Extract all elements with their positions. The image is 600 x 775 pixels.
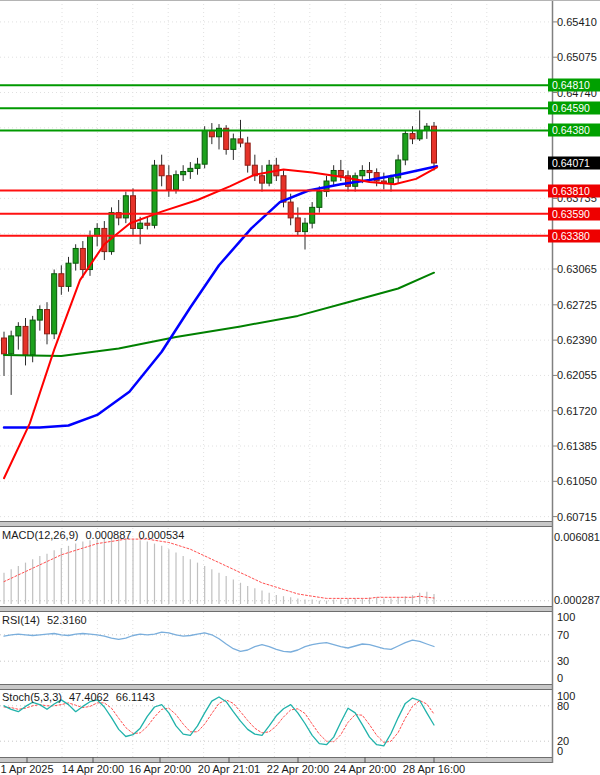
macd-layer bbox=[0, 537, 552, 604]
candle bbox=[202, 130, 207, 164]
candle bbox=[37, 310, 42, 321]
trading-chart-window: MACD(12,26,9) 0.000887 0.000534 RSI(14) … bbox=[0, 0, 600, 775]
candle bbox=[80, 248, 85, 269]
candle bbox=[317, 192, 322, 208]
candle bbox=[389, 178, 394, 183]
price-axis bbox=[0, 0, 600, 775]
candle bbox=[174, 175, 179, 190]
candle bbox=[2, 338, 7, 354]
stoch-layer bbox=[0, 697, 552, 746]
candle bbox=[224, 128, 229, 149]
candle bbox=[45, 310, 50, 334]
candle bbox=[166, 176, 171, 190]
candle bbox=[417, 130, 422, 138]
candle bbox=[30, 320, 35, 355]
grid-layer bbox=[0, 0, 552, 757]
candle bbox=[432, 126, 437, 163]
candle bbox=[245, 143, 250, 165]
candle bbox=[59, 274, 64, 287]
candle bbox=[367, 170, 372, 172]
candle bbox=[360, 170, 365, 175]
candle bbox=[231, 139, 236, 150]
candle bbox=[310, 207, 315, 223]
candle bbox=[195, 164, 200, 168]
candle bbox=[152, 165, 157, 225]
candle bbox=[410, 134, 415, 139]
chart-canvas[interactable] bbox=[0, 0, 600, 775]
candle bbox=[95, 228, 100, 235]
candle bbox=[159, 165, 164, 176]
candle bbox=[281, 176, 286, 202]
candle bbox=[295, 218, 300, 232]
candle bbox=[109, 213, 114, 252]
candle bbox=[403, 134, 408, 160]
candle bbox=[138, 223, 143, 228]
candle bbox=[288, 202, 293, 218]
candle bbox=[238, 139, 243, 143]
candle bbox=[23, 326, 28, 354]
candle bbox=[66, 263, 71, 286]
rsi-layer bbox=[0, 632, 552, 661]
candle bbox=[73, 248, 78, 263]
candle bbox=[303, 223, 308, 231]
candle bbox=[188, 168, 193, 171]
candle bbox=[260, 176, 265, 183]
candle bbox=[181, 172, 186, 175]
candle bbox=[145, 223, 150, 225]
candle bbox=[267, 165, 272, 183]
candles-layer bbox=[2, 110, 437, 394]
candle bbox=[338, 170, 343, 175]
candle bbox=[52, 274, 57, 334]
candle bbox=[9, 336, 14, 354]
candle bbox=[16, 326, 21, 335]
